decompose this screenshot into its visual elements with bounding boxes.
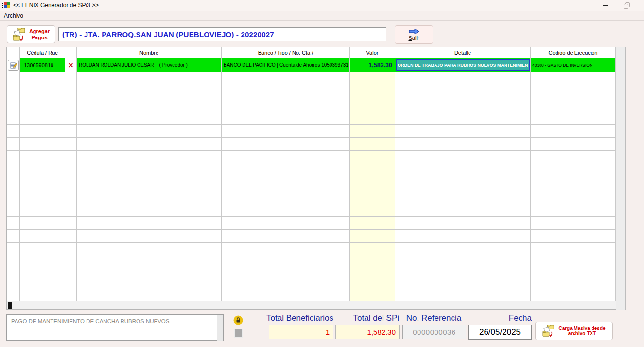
delete-row-button[interactable]: ✕ (65, 62, 76, 69)
fecha-label: Fecha (468, 313, 532, 323)
minimize-button[interactable] (597, 0, 613, 11)
edit-row-button[interactable] (8, 60, 19, 71)
detalle-cell[interactable]: ORDEN DE TRABAJO PARA RUBROS NUEVOS MANT… (395, 58, 531, 72)
title-bar: << FENIX Generador de SPi3 >> (0, 0, 644, 11)
agregar-label-line1: Agregar (29, 28, 50, 34)
total-beneficiarios-label: Total Beneficiarios (243, 313, 333, 323)
header-nombre: Nombre (77, 47, 222, 58)
empty-grid-row (7, 164, 616, 177)
lock-icon (233, 315, 243, 325)
empty-grid-row (7, 230, 616, 243)
header-codigo: Codigo de Ejecucion (531, 47, 616, 58)
grid-vertical-scrollbar[interactable] (616, 47, 626, 310)
payment-description-text: PAGO DE MANTENIMIENTO DE CANCHA RUBROS N… (11, 318, 169, 324)
lock-button[interactable] (233, 315, 243, 325)
nombre-cell[interactable]: ROLDAN ROLDAN JULIO CESAR ( Proveedor ) (77, 58, 222, 72)
salir-label: Salir (408, 35, 419, 41)
hscroll-thumb[interactable] (8, 302, 12, 309)
empty-grid-row (7, 256, 616, 269)
agregar-pagos-label: Agregar Pagos (29, 28, 50, 40)
empty-grid-row (7, 190, 616, 203)
payments-grid: Cédula / Ruc Nombre Banco / Tipo / No. C… (6, 47, 616, 310)
total-beneficiarios-value[interactable]: 1 (269, 325, 333, 339)
empty-grid-row (7, 295, 616, 301)
status-square-button[interactable] (234, 329, 243, 338)
description-scrollbar[interactable] (217, 315, 223, 341)
exit-arrow-icon (409, 28, 419, 35)
grid-horizontal-scrollbar[interactable] (7, 301, 616, 309)
header-valor: Valor (350, 47, 395, 58)
empty-grid-row (7, 217, 616, 230)
empty-grid-row (7, 111, 616, 125)
detalle-selected-text: ORDEN DE TRABAJO PARA RUBROS NUEVOS MANT… (396, 59, 530, 71)
edit-cell (7, 58, 20, 72)
empty-grid-row (7, 138, 616, 151)
bulk-load-folders-icon (542, 325, 556, 337)
carga-masiva-label: Carga Masiva desde archivo TXT (558, 326, 605, 337)
grid-header-row: Cédula / Ruc Nombre Banco / Tipo / No. C… (7, 47, 616, 58)
carga-label-line1: Carga Masiva desde (558, 326, 605, 331)
header-banco: Banco / Tipo / No. Cta / (222, 47, 350, 58)
banco-cell[interactable]: BANCO DEL PACIFICO [ Cuenta de Ahorros 1… (222, 58, 350, 72)
header-edit-col (7, 47, 20, 58)
header-delete-col (65, 47, 77, 58)
header-detalle: Detalle (395, 47, 531, 58)
payment-row: 1306590819 ✕ ROLDAN ROLDAN JULIO CESAR (… (7, 58, 616, 72)
empty-grid-row (7, 85, 616, 98)
carga-label-line2: archivo TXT (568, 331, 596, 336)
empty-grid-row (7, 151, 616, 164)
add-payments-folders-icon (13, 28, 27, 41)
app-window: << FENIX Generador de SPi3 >> Archivo Ag… (0, 0, 644, 347)
codigo-cell[interactable]: 40300 - GASTO DE INVERSIÓN (531, 58, 616, 72)
entity-input[interactable]: (TR) - JTA. PARROQ.SAN JUAN (PUEBLOVIEJO… (58, 27, 386, 41)
agregar-label-line2: Pagos (31, 35, 47, 40)
total-spi-value[interactable]: 1,582.30 (335, 325, 400, 339)
menu-item-archivo[interactable]: Archivo (0, 11, 27, 20)
header-cedula: Cédula / Ruc (20, 47, 65, 58)
grid-body: 1306590819 ✕ ROLDAN ROLDAN JULIO CESAR (… (7, 58, 616, 301)
empty-grid-row (7, 243, 616, 256)
fecha-value[interactable]: 26/05/2025 (468, 325, 532, 340)
empty-grid-row (7, 98, 616, 111)
app-logo-icon (2, 2, 10, 9)
agregar-pagos-button[interactable]: Agregar Pagos (7, 25, 55, 43)
empty-grid-row (7, 269, 616, 282)
salir-button[interactable]: Salir (395, 25, 433, 44)
empty-grid-row (7, 177, 616, 190)
delete-cell: ✕ (65, 58, 77, 72)
valor-cell[interactable]: 1,582.30 (350, 58, 395, 72)
window-title: << FENIX Generador de SPi3 >> (13, 2, 99, 9)
empty-grid-row (7, 203, 616, 217)
empty-grid-row (7, 282, 616, 295)
empty-grid-row (7, 125, 616, 138)
cedula-cell[interactable]: 1306590819 (20, 58, 65, 72)
total-spi-label: Total del SPi (335, 313, 399, 323)
restore-icon (624, 2, 630, 9)
empty-grid-row (7, 72, 616, 85)
minimize-icon (603, 5, 608, 6)
referencia-label: No. Referencia (401, 313, 466, 323)
payment-description-textarea[interactable]: PAGO DE MANTENIMIENTO DE CANCHA RUBROS N… (6, 314, 224, 341)
edit-note-icon (10, 62, 17, 69)
carga-masiva-button[interactable]: Carga Masiva desde archivo TXT (535, 322, 613, 340)
referencia-value[interactable]: 0000000036 (402, 325, 466, 339)
restore-button[interactable] (618, 0, 635, 11)
menu-bar: Archivo (0, 11, 644, 21)
